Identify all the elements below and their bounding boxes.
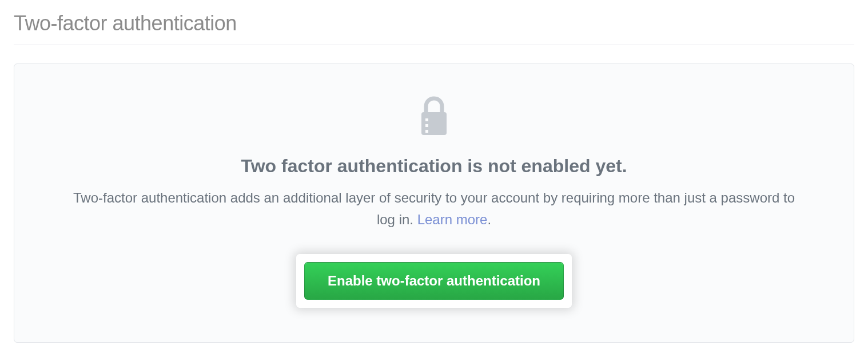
svg-rect-1 bbox=[425, 118, 428, 121]
panel-description: Two-factor authentication adds an additi… bbox=[62, 187, 806, 231]
two-factor-panel: Two factor authentication is not enabled… bbox=[14, 64, 854, 343]
divider bbox=[14, 45, 854, 45]
lock-icon bbox=[418, 96, 450, 140]
enable-two-factor-button[interactable]: Enable two-factor authentication bbox=[304, 262, 564, 300]
learn-more-link[interactable]: Learn more bbox=[417, 212, 488, 227]
svg-rect-2 bbox=[425, 124, 428, 127]
page-title: Two-factor authentication bbox=[14, 11, 854, 35]
description-suffix: . bbox=[487, 212, 491, 227]
svg-rect-3 bbox=[425, 130, 428, 133]
button-highlight-wrapper: Enable two-factor authentication bbox=[296, 254, 572, 308]
svg-rect-0 bbox=[421, 112, 447, 135]
panel-heading: Two factor authentication is not enabled… bbox=[37, 156, 831, 177]
